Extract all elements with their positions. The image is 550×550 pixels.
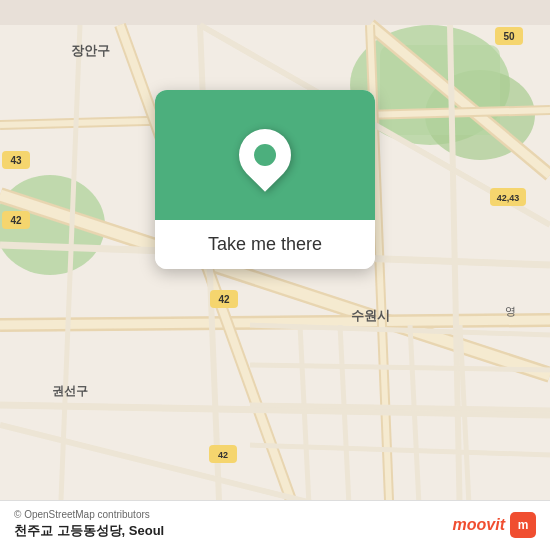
moovit-icon: m <box>510 512 536 538</box>
svg-text:영: 영 <box>505 305 516 317</box>
moovit-text: moovit <box>453 516 505 534</box>
bottom-info: © OpenStreetMap contributors 천주교 고등동성당, … <box>14 509 164 540</box>
map-container: 42 42 42,43 50 43 42 장안구 수원시 권선구 영 Take … <box>0 0 550 550</box>
svg-text:42: 42 <box>218 294 230 305</box>
take-me-there-button[interactable]: Take me there <box>155 220 375 269</box>
svg-text:42,43: 42,43 <box>497 193 520 203</box>
osm-credit: © OpenStreetMap contributors <box>14 509 164 520</box>
place-name: 천주교 고등동성당, Seoul <box>14 522 164 540</box>
svg-text:42: 42 <box>218 450 228 460</box>
moovit-logo: moovit m <box>453 512 536 538</box>
map-background: 42 42 42,43 50 43 42 장안구 수원시 권선구 영 <box>0 0 550 550</box>
svg-text:권선구: 권선구 <box>52 384 88 398</box>
card-map-area <box>155 90 375 220</box>
svg-text:43: 43 <box>10 155 22 166</box>
location-card: Take me there <box>155 90 375 269</box>
bottom-bar: © OpenStreetMap contributors 천주교 고등동성당, … <box>0 500 550 550</box>
svg-text:장안구: 장안구 <box>71 43 110 58</box>
svg-text:50: 50 <box>503 31 515 42</box>
svg-text:수원시: 수원시 <box>351 308 390 323</box>
location-pin <box>228 118 302 192</box>
svg-text:42: 42 <box>10 215 22 226</box>
